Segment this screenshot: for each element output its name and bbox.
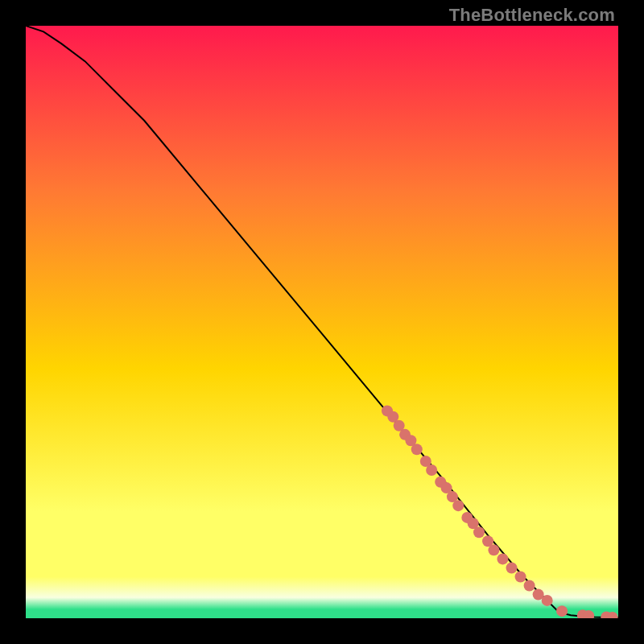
data-marker	[515, 571, 526, 582]
data-marker	[542, 595, 553, 606]
main-curve	[26, 26, 618, 617]
data-marker	[506, 562, 518, 573]
plot-area	[26, 26, 618, 618]
data-marker	[497, 553, 508, 564]
data-marker	[524, 580, 535, 592]
curve-layer	[26, 26, 618, 618]
data-marker	[473, 526, 485, 538]
marker-group	[382, 405, 618, 618]
data-marker	[411, 444, 423, 455]
data-marker	[452, 500, 464, 511]
data-marker	[556, 605, 568, 617]
data-marker	[426, 464, 437, 476]
watermark-text: TheBottleneck.com	[449, 5, 615, 26]
data-marker	[488, 544, 499, 555]
chart-stage: TheBottleneck.com	[0, 0, 644, 644]
